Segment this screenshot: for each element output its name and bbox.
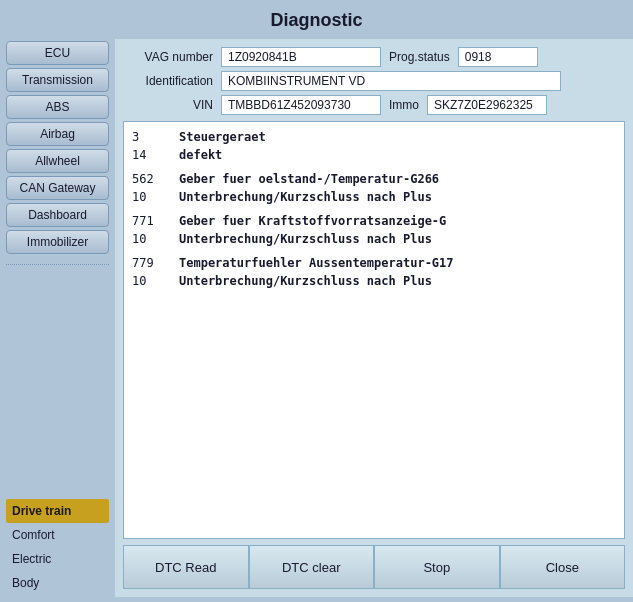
diag-entry: 10Unterbrechung/Kurzschluss nach Plus [132, 272, 616, 290]
diag-desc: Unterbrechung/Kurzschluss nach Plus [179, 272, 432, 290]
diag-desc: Steuergeraet [179, 128, 266, 146]
diag-log: 3Steuergeraet14defekt562Geber fuer oelst… [123, 121, 625, 539]
sidebar-nav-drive-train[interactable]: Drive train [6, 499, 109, 523]
ident-row: Identification KOMBIINSTRUMENT VD [123, 71, 625, 91]
diag-code: 10 [132, 272, 167, 290]
sidebar-nav-comfort[interactable]: Comfort [6, 523, 109, 547]
immo-label: Immo [389, 98, 419, 112]
content-area: VAG number 1Z0920841B Prog.status 0918 I… [115, 39, 633, 597]
diag-entry: 779Temperaturfuehler Aussentemperatur-G1… [132, 254, 616, 272]
diag-code: 562 [132, 170, 167, 188]
sidebar-btn-allwheel[interactable]: Allwheel [6, 149, 109, 173]
vag-value: 1Z0920841B [221, 47, 381, 67]
sidebar-btn-can-gateway[interactable]: CAN Gateway [6, 176, 109, 200]
vin-row: VIN TMBBD61Z452093730 Immo SKZ7Z0E296232… [123, 95, 625, 115]
stop-button[interactable]: Stop [374, 545, 500, 589]
immo-value: SKZ7Z0E2962325 [427, 95, 547, 115]
sidebar-btn-dashboard[interactable]: Dashboard [6, 203, 109, 227]
sidebar-divider [6, 264, 109, 265]
vin-value: TMBBD61Z452093730 [221, 95, 381, 115]
diag-code: 10 [132, 230, 167, 248]
page-title: Diagnostic [270, 10, 362, 30]
info-section: VAG number 1Z0920841B Prog.status 0918 I… [123, 47, 625, 115]
diag-entry: 10Unterbrechung/Kurzschluss nach Plus [132, 188, 616, 206]
diag-desc: Temperaturfuehler Aussentemperatur-G17 [179, 254, 454, 272]
diag-code: 3 [132, 128, 167, 146]
vag-row: VAG number 1Z0920841B Prog.status 0918 [123, 47, 625, 67]
sidebar-nav-items: Drive trainComfortElectricBody [6, 499, 109, 595]
sidebar-btn-immobilizer[interactable]: Immobilizer [6, 230, 109, 254]
main-layout: ECUTransmissionABSAirbagAllwheelCAN Gate… [0, 39, 633, 597]
sidebar-btn-airbag[interactable]: Airbag [6, 122, 109, 146]
bottom-bar: DTC Read DTC clear Stop Close [123, 545, 625, 589]
diag-desc: Unterbrechung/Kurzschluss nach Plus [179, 230, 432, 248]
diag-entry: 562Geber fuer oelstand-/Temperatur-G266 [132, 170, 616, 188]
dtc-clear-button[interactable]: DTC clear [249, 545, 375, 589]
ident-value: KOMBIINSTRUMENT VD [221, 71, 561, 91]
sidebar-btn-transmission[interactable]: Transmission [6, 68, 109, 92]
sidebar-buttons: ECUTransmissionABSAirbagAllwheelCAN Gate… [6, 41, 109, 257]
diag-entry: 3Steuergeraet [132, 128, 616, 146]
vag-label: VAG number [123, 50, 213, 64]
prog-value: 0918 [458, 47, 538, 67]
page-header: Diagnostic [0, 0, 633, 39]
diag-code: 10 [132, 188, 167, 206]
sidebar-nav-body[interactable]: Body [6, 571, 109, 595]
diag-code: 771 [132, 212, 167, 230]
prog-label: Prog.status [389, 50, 450, 64]
sidebar-btn-ecu[interactable]: ECU [6, 41, 109, 65]
sidebar-nav: Drive trainComfortElectricBody [6, 499, 109, 595]
diag-desc: defekt [179, 146, 222, 164]
sidebar: ECUTransmissionABSAirbagAllwheelCAN Gate… [0, 39, 115, 597]
close-button[interactable]: Close [500, 545, 626, 589]
diag-entry: 771Geber fuer Kraftstoffvorratsanzeige-G [132, 212, 616, 230]
sidebar-btn-abs[interactable]: ABS [6, 95, 109, 119]
diag-desc: Geber fuer Kraftstoffvorratsanzeige-G [179, 212, 446, 230]
diag-desc: Geber fuer oelstand-/Temperatur-G266 [179, 170, 439, 188]
vin-label: VIN [123, 98, 213, 112]
dtc-read-button[interactable]: DTC Read [123, 545, 249, 589]
diag-code: 779 [132, 254, 167, 272]
sidebar-nav-electric[interactable]: Electric [6, 547, 109, 571]
diag-entry: 10Unterbrechung/Kurzschluss nach Plus [132, 230, 616, 248]
diag-entry: 14defekt [132, 146, 616, 164]
ident-label: Identification [123, 74, 213, 88]
diag-code: 14 [132, 146, 167, 164]
diag-desc: Unterbrechung/Kurzschluss nach Plus [179, 188, 432, 206]
